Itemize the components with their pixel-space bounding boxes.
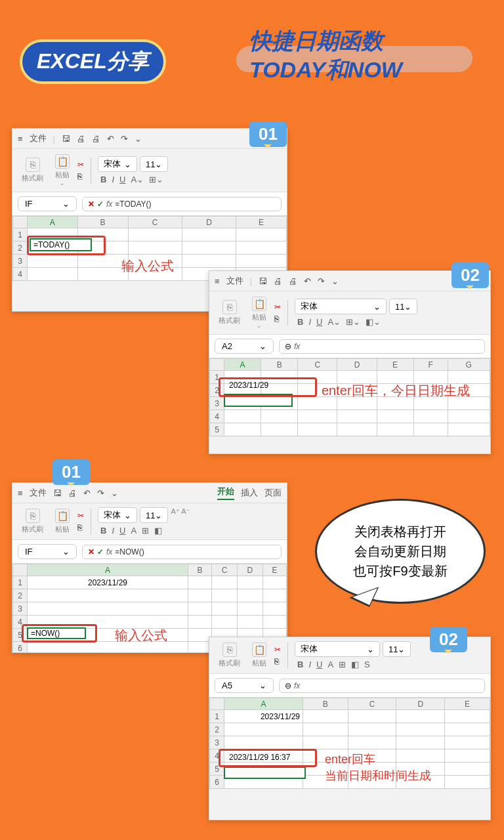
font-name-select[interactable]: 宋体⌄ [295, 641, 380, 657]
formula-input[interactable]: =TODAY() [115, 200, 276, 209]
tab-insert[interactable]: 插入 [241, 487, 258, 499]
format-brush-button[interactable]: ⎘格式刷 [215, 299, 244, 327]
copy-icon[interactable]: ⎘ [77, 523, 84, 532]
fill-button[interactable]: ◧ [351, 660, 359, 669]
fx-icon[interactable]: fx [294, 342, 300, 351]
cancel-icon[interactable]: ✕ [88, 547, 94, 556]
name-box[interactable]: A2⌄ [215, 339, 274, 354]
font-color-button[interactable]: A [327, 660, 333, 669]
col-header: C [348, 698, 396, 710]
border-button[interactable]: ⊞⌄ [149, 175, 163, 184]
tab-start[interactable]: 开始 [217, 486, 234, 500]
italic-button[interactable]: I [112, 526, 114, 536]
font-name-select[interactable]: 宋体⌄ [295, 299, 387, 314]
paste-button[interactable]: 📋粘贴⌄ [248, 295, 270, 330]
undo-icon[interactable]: ↶ [83, 488, 91, 498]
paste-button[interactable]: 📋粘贴⌄ [51, 153, 74, 188]
italic-button[interactable]: I [308, 660, 311, 669]
title-line-2: TODAY和NOW [249, 55, 402, 84]
font-name-select[interactable]: 宋体⌄ [98, 156, 137, 172]
italic-button[interactable]: I [112, 175, 114, 184]
redo-icon[interactable]: ↷ [97, 488, 104, 498]
menubar: ≡ 文件 🖫 🖨 ↶ ↷ ⌄ 开始 插入 页面 [12, 483, 287, 503]
font-color-button[interactable]: A⌄ [131, 175, 144, 184]
underline-button[interactable]: U [119, 526, 125, 536]
save-icon[interactable]: 🖫 [53, 488, 62, 498]
border-button[interactable]: ⊞⌄ [346, 317, 360, 327]
copy-icon[interactable]: ⎘ [77, 172, 84, 181]
underline-button[interactable]: U [316, 317, 322, 327]
scissors-icon[interactable]: ✂ [274, 303, 281, 312]
magnify-icon[interactable]: ⊖ [285, 681, 291, 690]
paste-button[interactable]: 📋粘贴 [248, 641, 270, 669]
chevron-down-icon[interactable]: ⌄ [135, 134, 142, 144]
paste-button[interactable]: 📋粘贴 [51, 507, 74, 536]
font-color-button[interactable]: A [131, 526, 136, 536]
print-icon[interactable]: 🖨 [274, 276, 282, 286]
annotation-input-formula: 输入公式 [121, 257, 174, 275]
underline-button[interactable]: U [316, 660, 322, 669]
confirm-icon[interactable]: ✓ [97, 200, 104, 209]
cancel-icon[interactable]: ✕ [88, 200, 94, 209]
border-button[interactable]: ⊞ [339, 660, 346, 669]
toolbar: ⎘格式刷 📋粘贴⌄ ✂ ⎘ 宋体⌄ 11⌄ B I U A⌄ ⊞⌄ ◧⌄ [209, 291, 490, 335]
scissors-icon[interactable]: ✂ [77, 511, 84, 520]
print2-icon[interactable]: 🖨 [289, 276, 297, 286]
save-icon[interactable]: 🖫 [259, 276, 267, 286]
fill-button[interactable]: ◧⌄ [366, 317, 381, 327]
speech-line-2: 会自动更新日期 [353, 541, 447, 561]
magnify-icon[interactable]: ⊖ [285, 342, 291, 351]
file-menu[interactable]: 文件 [30, 133, 47, 144]
scissors-icon[interactable]: ✂ [77, 160, 84, 169]
file-menu[interactable]: 文件 [226, 275, 243, 287]
fx-icon[interactable]: fx [106, 200, 112, 209]
scissors-icon[interactable]: ✂ [274, 645, 281, 654]
format-brush-button[interactable]: ⎘格式刷 [215, 641, 244, 669]
undo-icon[interactable]: ↶ [304, 276, 311, 286]
font-size-select[interactable]: 11⌄ [140, 156, 168, 172]
name-box[interactable]: IF⌄ [18, 196, 77, 211]
file-menu[interactable]: 文件 [30, 487, 47, 499]
name-box[interactable]: IF⌄ [18, 544, 77, 559]
print-icon[interactable]: 🖨 [77, 134, 85, 144]
chevron-down-icon[interactable]: ⌄ [111, 488, 118, 498]
fill-button[interactable]: ◧ [154, 526, 162, 536]
underline-button[interactable]: U [119, 175, 125, 184]
save-icon[interactable]: 🖫 [62, 134, 70, 144]
redo-icon[interactable]: ↷ [318, 276, 325, 286]
chevron-down-icon[interactable]: ⌄ [331, 276, 339, 286]
col-header: B [77, 217, 128, 228]
font-name-select[interactable]: 宋体⌄ [98, 507, 137, 523]
menu-icon[interactable]: ≡ [18, 488, 23, 498]
format-brush-button[interactable]: ⎘格式刷 [18, 156, 47, 184]
print2-icon[interactable]: 🖨 [92, 134, 100, 144]
strikethrough-button[interactable]: S [364, 660, 370, 669]
menu-icon[interactable]: ≡ [18, 134, 23, 144]
border-button[interactable]: ⊞ [142, 526, 149, 536]
name-box[interactable]: A5⌄ [215, 678, 274, 693]
fx-icon[interactable]: fx [294, 681, 300, 690]
annotation-enter: enter回车 [325, 751, 375, 767]
selected-cell[interactable] [224, 766, 306, 779]
bold-button[interactable]: B [100, 526, 106, 536]
confirm-icon[interactable]: ✓ [97, 547, 104, 556]
bold-button[interactable]: B [297, 317, 303, 327]
menu-icon[interactable]: ≡ [215, 276, 220, 286]
tab-page[interactable]: 页面 [264, 487, 282, 499]
annotation-enter-date: enter回车，今日日期生成 [322, 382, 470, 400]
fx-icon[interactable]: fx [106, 547, 112, 556]
font-size-select[interactable]: 11⌄ [389, 299, 417, 314]
formula-input[interactable]: =NOW() [115, 547, 276, 556]
undo-icon[interactable]: ↶ [107, 134, 114, 144]
italic-button[interactable]: I [308, 317, 311, 327]
bold-button[interactable]: B [100, 175, 106, 184]
bold-button[interactable]: B [297, 660, 303, 669]
font-color-button[interactable]: A⌄ [327, 317, 341, 327]
format-brush-button[interactable]: ⎘格式刷 [18, 507, 47, 536]
redo-icon[interactable]: ↷ [121, 134, 128, 144]
toolbar: ⎘格式刷 📋粘贴 ✂ ⎘ 宋体⌄ 11⌄ A⁺ A⁻ B I U A ⊞ ◧ [12, 503, 287, 540]
font-size-select[interactable]: 11⌄ [140, 507, 168, 523]
font-size-select[interactable]: 11⌄ [383, 641, 411, 657]
copy-icon[interactable]: ⎘ [274, 657, 281, 666]
copy-icon[interactable]: ⎘ [274, 314, 281, 324]
